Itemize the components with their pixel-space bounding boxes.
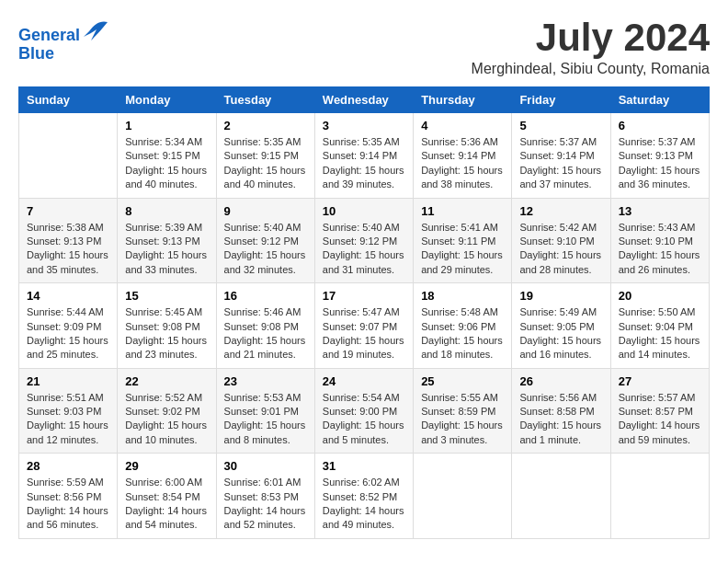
calendar-cell: 26Sunrise: 5:56 AMSunset: 8:58 PMDayligh…: [512, 368, 610, 454]
day-number: 18: [421, 289, 504, 303]
day-info: Sunrise: 5:36 AMSunset: 9:14 PMDaylight:…: [421, 135, 504, 192]
day-info: Sunrise: 5:52 AMSunset: 9:02 PMDaylight:…: [125, 391, 208, 448]
day-number: 25: [421, 374, 504, 388]
calendar-week-row: 14Sunrise: 5:44 AMSunset: 9:09 PMDayligh…: [19, 283, 710, 369]
calendar-cell: 13Sunrise: 5:43 AMSunset: 9:10 PMDayligh…: [610, 198, 709, 283]
day-info: Sunrise: 5:41 AMSunset: 9:11 PMDaylight:…: [421, 221, 504, 278]
day-number: 7: [27, 204, 109, 218]
day-info: Sunrise: 5:45 AMSunset: 9:08 PMDaylight:…: [125, 305, 208, 362]
calendar-cell: 1Sunrise: 5:34 AMSunset: 9:15 PMDaylight…: [118, 113, 216, 199]
calendar-cell: 24Sunrise: 5:54 AMSunset: 9:00 PMDayligh…: [314, 368, 413, 454]
day-info: Sunrise: 5:39 AMSunset: 9:13 PMDaylight:…: [125, 221, 208, 278]
day-number: 19: [519, 289, 602, 303]
calendar-cell: [414, 454, 512, 539]
day-number: 15: [125, 289, 208, 303]
day-number: 6: [619, 119, 701, 132]
calendar-week-row: 21Sunrise: 5:51 AMSunset: 9:03 PMDayligh…: [19, 368, 710, 454]
calendar-week-row: 7Sunrise: 5:38 AMSunset: 9:13 PMDaylight…: [19, 198, 710, 283]
calendar-cell: 15Sunrise: 5:45 AMSunset: 9:08 PMDayligh…: [118, 283, 216, 369]
calendar-cell: [512, 454, 610, 539]
day-info: Sunrise: 5:55 AMSunset: 8:59 PMDaylight:…: [421, 391, 504, 448]
day-info: Sunrise: 5:51 AMSunset: 9:03 PMDaylight:…: [27, 391, 109, 448]
day-number: 16: [224, 289, 307, 303]
day-info: Sunrise: 5:56 AMSunset: 8:58 PMDaylight:…: [519, 391, 602, 448]
page-header: General Blue July 2024 Merghindeal, Sibi…: [18, 18, 710, 77]
day-info: Sunrise: 5:53 AMSunset: 9:01 PMDaylight:…: [224, 391, 307, 448]
day-header-thursday: Thursday: [414, 87, 512, 113]
day-info: Sunrise: 5:40 AMSunset: 9:12 PMDaylight:…: [323, 221, 405, 278]
day-info: Sunrise: 6:00 AMSunset: 8:54 PMDaylight:…: [125, 476, 208, 533]
day-info: Sunrise: 5:35 AMSunset: 9:14 PMDaylight:…: [323, 135, 405, 192]
logo: General Blue: [18, 18, 109, 63]
day-number: 29: [125, 459, 208, 473]
day-info: Sunrise: 5:49 AMSunset: 9:05 PMDaylight:…: [519, 305, 602, 362]
calendar-cell: 29Sunrise: 6:00 AMSunset: 8:54 PMDayligh…: [118, 454, 216, 539]
day-number: 20: [619, 289, 701, 303]
calendar-cell: 3Sunrise: 5:35 AMSunset: 9:14 PMDaylight…: [314, 113, 413, 199]
calendar-cell: 6Sunrise: 5:37 AMSunset: 9:13 PMDaylight…: [610, 113, 709, 199]
day-info: Sunrise: 5:50 AMSunset: 9:04 PMDaylight:…: [619, 305, 701, 362]
day-number: 30: [224, 459, 307, 473]
calendar-cell: 20Sunrise: 5:50 AMSunset: 9:04 PMDayligh…: [610, 283, 709, 369]
calendar-week-row: 1Sunrise: 5:34 AMSunset: 9:15 PMDaylight…: [19, 113, 710, 199]
day-info: Sunrise: 5:43 AMSunset: 9:10 PMDaylight:…: [619, 221, 701, 278]
day-number: 21: [27, 374, 109, 388]
day-info: Sunrise: 5:42 AMSunset: 9:10 PMDaylight:…: [519, 221, 602, 278]
calendar-cell: 9Sunrise: 5:40 AMSunset: 9:12 PMDaylight…: [216, 198, 314, 283]
calendar-cell: 11Sunrise: 5:41 AMSunset: 9:11 PMDayligh…: [414, 198, 512, 283]
day-number: 31: [323, 459, 405, 473]
day-number: 24: [323, 374, 405, 388]
calendar-cell: 10Sunrise: 5:40 AMSunset: 9:12 PMDayligh…: [314, 198, 413, 283]
day-info: Sunrise: 5:40 AMSunset: 9:12 PMDaylight:…: [224, 221, 307, 278]
calendar-cell: 17Sunrise: 5:47 AMSunset: 9:07 PMDayligh…: [314, 283, 413, 369]
day-info: Sunrise: 5:34 AMSunset: 9:15 PMDaylight:…: [125, 135, 208, 192]
day-number: 23: [224, 374, 307, 388]
calendar-cell: 18Sunrise: 5:48 AMSunset: 9:06 PMDayligh…: [414, 283, 512, 369]
calendar-cell: 21Sunrise: 5:51 AMSunset: 9:03 PMDayligh…: [19, 368, 118, 454]
calendar-cell: [610, 454, 709, 539]
calendar-cell: 25Sunrise: 5:55 AMSunset: 8:59 PMDayligh…: [414, 368, 512, 454]
calendar-cell: 28Sunrise: 5:59 AMSunset: 8:56 PMDayligh…: [19, 454, 118, 539]
day-header-saturday: Saturday: [610, 87, 709, 113]
day-number: 10: [323, 204, 405, 218]
calendar-table: SundayMondayTuesdayWednesdayThursdayFrid…: [18, 86, 710, 539]
day-info: Sunrise: 5:48 AMSunset: 9:06 PMDaylight:…: [421, 305, 504, 362]
day-number: 11: [421, 204, 504, 218]
day-header-monday: Monday: [118, 87, 216, 113]
day-header-wednesday: Wednesday: [314, 87, 413, 113]
logo-bird-icon: [82, 18, 109, 40]
day-header-friday: Friday: [512, 87, 610, 113]
calendar-cell: 19Sunrise: 5:49 AMSunset: 9:05 PMDayligh…: [512, 283, 610, 369]
day-info: Sunrise: 5:59 AMSunset: 8:56 PMDaylight:…: [27, 476, 109, 533]
day-number: 13: [619, 204, 701, 218]
calendar-cell: 23Sunrise: 5:53 AMSunset: 9:01 PMDayligh…: [216, 368, 314, 454]
day-number: 22: [125, 374, 208, 388]
day-header-sunday: Sunday: [19, 87, 118, 113]
day-info: Sunrise: 5:46 AMSunset: 9:08 PMDaylight:…: [224, 305, 307, 362]
calendar-cell: 22Sunrise: 5:52 AMSunset: 9:02 PMDayligh…: [118, 368, 216, 454]
calendar-cell: 8Sunrise: 5:39 AMSunset: 9:13 PMDaylight…: [118, 198, 216, 283]
day-info: Sunrise: 5:57 AMSunset: 8:57 PMDaylight:…: [619, 391, 701, 448]
location-subtitle: Merghindeal, Sibiu County, Romania: [472, 61, 710, 77]
day-number: 3: [323, 119, 405, 132]
day-number: 4: [421, 119, 504, 132]
calendar-cell: 4Sunrise: 5:36 AMSunset: 9:14 PMDaylight…: [414, 113, 512, 199]
calendar-cell: 12Sunrise: 5:42 AMSunset: 9:10 PMDayligh…: [512, 198, 610, 283]
day-info: Sunrise: 5:37 AMSunset: 9:14 PMDaylight:…: [519, 135, 602, 192]
calendar-cell: 2Sunrise: 5:35 AMSunset: 9:15 PMDaylight…: [216, 113, 314, 199]
day-number: 26: [519, 374, 602, 388]
calendar-week-row: 28Sunrise: 5:59 AMSunset: 8:56 PMDayligh…: [19, 454, 710, 539]
day-number: 14: [27, 289, 109, 303]
day-number: 12: [519, 204, 602, 218]
day-info: Sunrise: 5:44 AMSunset: 9:09 PMDaylight:…: [27, 305, 109, 362]
calendar-cell: 5Sunrise: 5:37 AMSunset: 9:14 PMDaylight…: [512, 113, 610, 199]
day-info: Sunrise: 6:02 AMSunset: 8:52 PMDaylight:…: [323, 476, 405, 533]
day-info: Sunrise: 5:38 AMSunset: 9:13 PMDaylight:…: [27, 221, 109, 278]
calendar-cell: [19, 113, 118, 199]
day-info: Sunrise: 6:01 AMSunset: 8:53 PMDaylight:…: [224, 476, 307, 533]
calendar-cell: 30Sunrise: 6:01 AMSunset: 8:53 PMDayligh…: [216, 454, 314, 539]
calendar-cell: 7Sunrise: 5:38 AMSunset: 9:13 PMDaylight…: [19, 198, 118, 283]
day-number: 8: [125, 204, 208, 218]
calendar-cell: 14Sunrise: 5:44 AMSunset: 9:09 PMDayligh…: [19, 283, 118, 369]
calendar-cell: 27Sunrise: 5:57 AMSunset: 8:57 PMDayligh…: [610, 368, 709, 454]
